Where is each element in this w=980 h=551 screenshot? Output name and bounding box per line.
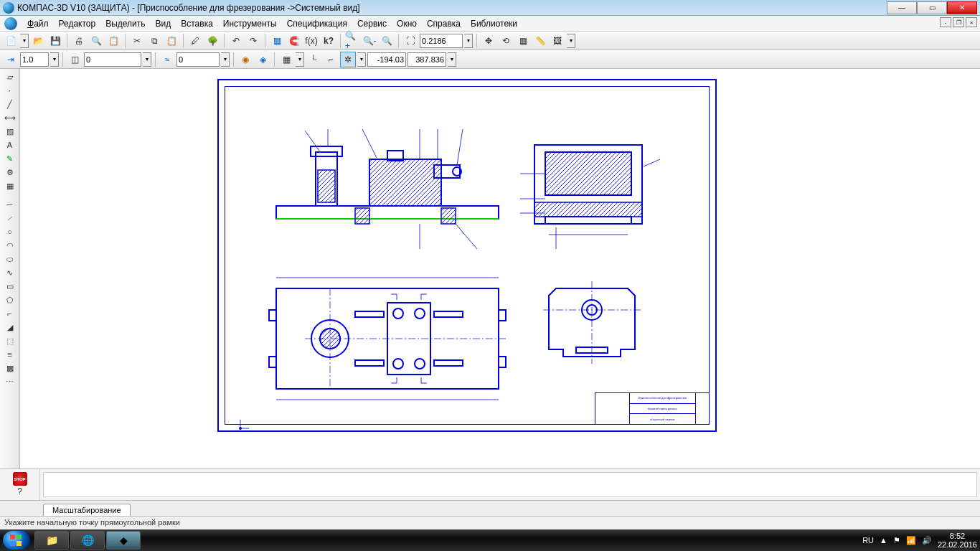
tool-aux-icon[interactable]: ⟋ — [2, 212, 18, 225]
close-button[interactable]: ✕ — [947, 1, 977, 14]
coord-x-input[interactable] — [367, 52, 406, 67]
redo-icon[interactable]: ↷ — [245, 33, 261, 49]
tree-icon[interactable]: 🌳 — [204, 33, 220, 49]
menu-libs[interactable]: Библиотеки — [466, 17, 522, 30]
image-icon[interactable]: 🖼 — [550, 33, 565, 49]
refresh-icon[interactable]: ▦ — [515, 33, 531, 49]
tool-rect-icon[interactable]: ▭ — [2, 280, 18, 293]
tray-action-icon[interactable]: ⚑ — [893, 536, 900, 545]
state3-input[interactable] — [176, 52, 220, 67]
menu-help[interactable]: Справка — [423, 17, 465, 30]
tool-hatch2-icon[interactable]: ▩ — [2, 362, 18, 375]
print-icon[interactable]: 🖨 — [71, 33, 87, 49]
menu-spec[interactable]: Спецификация — [283, 17, 352, 30]
snap2-icon[interactable]: ◈ — [255, 52, 270, 67]
menu-select[interactable]: Выделить — [101, 17, 149, 30]
tool-circle-icon[interactable]: ○ — [2, 225, 18, 238]
tool-dim-icon[interactable]: ⟷ — [2, 111, 18, 124]
tool-line-icon[interactable]: ╱ — [2, 98, 18, 110]
menu-window[interactable]: Окно — [392, 17, 421, 30]
preview-icon[interactable]: 🔍 — [88, 33, 104, 49]
spec-icon[interactable]: 📋 — [105, 33, 121, 49]
tool-arc-icon[interactable]: ◠ — [2, 239, 18, 252]
menu-view[interactable]: Вид — [151, 17, 176, 30]
tool-table-icon[interactable]: ▦ — [2, 179, 18, 192]
tool-param-icon[interactable]: ⚙ — [2, 166, 18, 179]
tool-segment-icon[interactable]: ─ — [2, 198, 18, 211]
grid-icon[interactable]: ▦ — [278, 52, 294, 67]
menu-service[interactable]: Сервис — [353, 17, 391, 30]
mdi-restore-button[interactable]: ❐ — [953, 17, 964, 27]
copy-icon[interactable]: ⧉ — [146, 33, 162, 49]
manager-icon[interactable]: ▦ — [269, 33, 285, 49]
menu-edit[interactable]: Редактор — [55, 17, 100, 30]
tool-contour-icon[interactable]: ⬚ — [2, 334, 18, 347]
state2-input[interactable] — [84, 52, 141, 67]
pan-icon[interactable]: ✥ — [481, 33, 496, 49]
start-button[interactable] — [3, 531, 30, 550]
menu-insert[interactable]: Вставка — [176, 17, 217, 30]
mdi-minimize-button[interactable]: - — [940, 17, 951, 27]
taskbar-explorer-icon[interactable]: 📁 — [34, 531, 69, 550]
menu-tools[interactable]: Инструменты — [219, 17, 281, 30]
open-icon[interactable]: 📂 — [30, 33, 46, 49]
cut-icon[interactable]: ✂ — [129, 33, 145, 49]
new-icon[interactable]: 📄 — [3, 33, 19, 49]
help-panel-icon[interactable]: ? — [14, 486, 27, 497]
tool-point-icon[interactable]: · — [2, 84, 18, 97]
rotate-icon[interactable]: ⟲ — [498, 33, 514, 49]
properties-icon[interactable]: 🖊 — [187, 33, 203, 49]
new-dropdown[interactable]: ▾ — [20, 34, 29, 48]
tool-geometry-icon[interactable]: ▱ — [2, 70, 18, 83]
variables-icon[interactable]: f(x) — [303, 33, 319, 49]
drawing-canvas[interactable]: Приспособление для фрезерования боковой … — [20, 69, 980, 468]
tool-equid-icon[interactable]: ≡ — [2, 348, 18, 361]
tool-chamfer-icon[interactable]: ◢ — [2, 321, 18, 334]
grid-dropdown[interactable]: ▾ — [296, 52, 304, 67]
zoom-out-icon[interactable]: 🔍- — [362, 33, 377, 49]
tray-clock[interactable]: 8:52 22.02.2016 — [938, 532, 977, 549]
tool-fillet-icon[interactable]: ⌐ — [2, 307, 18, 320]
state3-dropdown[interactable]: ▾ — [221, 52, 230, 67]
minimize-button[interactable]: ― — [887, 1, 917, 14]
snap-dropdown[interactable]: ▾ — [357, 52, 366, 67]
coord-dropdown[interactable]: ▾ — [448, 52, 456, 67]
tool-more-icon[interactable]: ⋯ — [2, 375, 18, 388]
save-icon[interactable]: 💾 — [47, 33, 63, 49]
state-icon[interactable]: ⇥ — [3, 52, 19, 67]
paste-icon[interactable]: 📋 — [164, 33, 179, 49]
tray-volume-icon[interactable]: 🔊 — [922, 536, 932, 545]
help-icon[interactable]: k? — [321, 33, 336, 49]
undo-icon[interactable]: ↶ — [228, 33, 244, 49]
tool-edit-icon[interactable]: ✎ — [2, 152, 18, 165]
tool-spline-icon[interactable]: ∿ — [2, 266, 18, 279]
mdi-close-button[interactable]: × — [966, 17, 977, 27]
menu-file[interactable]: Файл — [23, 17, 53, 30]
tray-network-icon[interactable]: 📶 — [906, 536, 916, 545]
tool-hatch-icon[interactable]: ▨ — [2, 125, 18, 138]
magnet-icon[interactable]: 🧲 — [286, 33, 302, 49]
coord-y-input[interactable] — [407, 52, 446, 67]
state1-input[interactable] — [20, 52, 49, 67]
command-input-area[interactable] — [43, 472, 977, 497]
state2-dropdown[interactable]: ▾ — [143, 52, 151, 67]
tool-ellipse-icon[interactable]: ⬭ — [2, 253, 18, 265]
zoom-fit-icon[interactable]: ⛶ — [402, 33, 418, 49]
zoom-window-icon[interactable]: 🔍 — [379, 33, 395, 49]
doc-tab-active[interactable]: Масштабирование — [43, 504, 131, 516]
zoom-in-icon[interactable]: 🔍+ — [344, 33, 360, 49]
tray-flag-icon[interactable]: ▲ — [880, 536, 887, 545]
zoom-value-input[interactable] — [420, 34, 463, 48]
taskbar-chrome-icon[interactable]: 🌐 — [70, 531, 105, 550]
maximize-button[interactable]: ▭ — [917, 1, 947, 14]
tool-text-icon[interactable]: A — [2, 138, 18, 151]
zoom-dropdown[interactable]: ▾ — [464, 34, 473, 48]
ortho-icon[interactable]: └ — [306, 52, 321, 67]
taskbar-kompas-icon[interactable]: ◆ — [106, 531, 141, 550]
tray-lang[interactable]: RU — [862, 536, 874, 545]
image-dropdown[interactable]: ▾ — [567, 34, 575, 48]
stop-button[interactable]: STOP — [13, 472, 27, 486]
layer-icon[interactable]: ◫ — [67, 52, 83, 67]
snap-toggle-icon[interactable]: ✲ — [340, 52, 356, 67]
state1-dropdown[interactable]: ▾ — [50, 52, 59, 67]
